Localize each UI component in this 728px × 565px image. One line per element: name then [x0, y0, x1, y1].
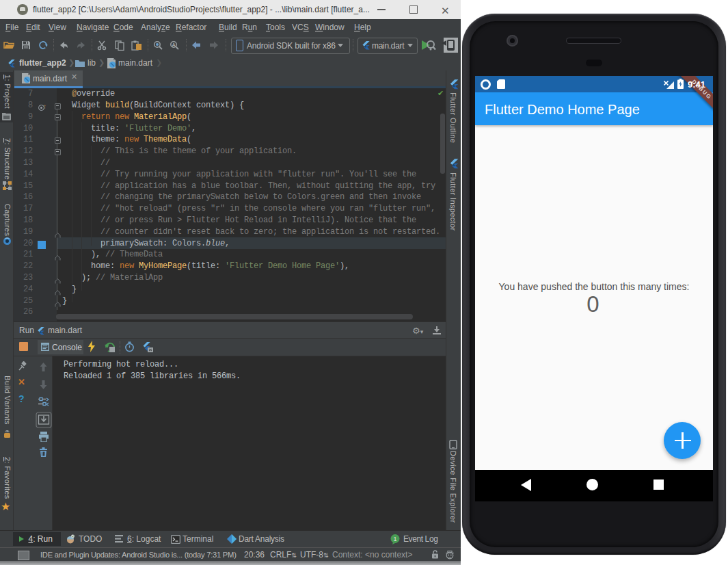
svg-text:A: A [172, 42, 176, 47]
svg-text:1: 1 [394, 536, 397, 542]
